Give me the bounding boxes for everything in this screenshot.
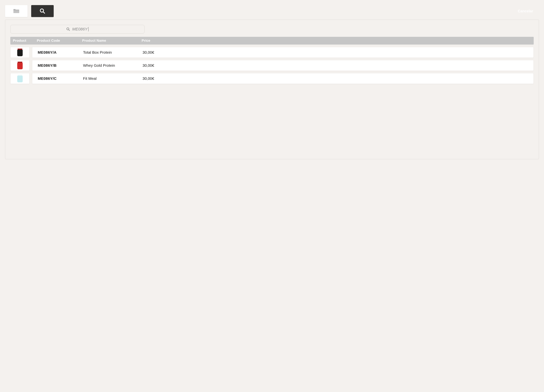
column-header-product: Product bbox=[13, 39, 37, 43]
cell-name: Fit Meal bbox=[83, 76, 142, 81]
cell-name: Total Box Protein bbox=[83, 50, 142, 54]
search-icon bbox=[40, 8, 45, 14]
table-body: ME086Y/ATotal Box Protein30,00€ME086Y/BW… bbox=[10, 47, 534, 84]
topbar: Cancelar bbox=[5, 5, 539, 17]
row-content: ME086Y/ATotal Box Protein30,00€ bbox=[32, 47, 534, 58]
column-header-name: Product Name bbox=[82, 39, 142, 43]
folder-icon bbox=[13, 8, 20, 14]
cancel-button[interactable]: Cancelar bbox=[518, 9, 533, 13]
table-row[interactable]: ME086Y/ATotal Box Protein30,00€ bbox=[10, 47, 534, 58]
cell-code: ME086Y/C bbox=[38, 76, 83, 81]
row-content: ME086Y/CFit Meal30,00€ bbox=[32, 73, 534, 84]
folder-tab[interactable] bbox=[5, 5, 28, 17]
cell-price: 30,00€ bbox=[142, 76, 528, 81]
search-icon bbox=[66, 27, 70, 31]
cell-name: Whey Gold Protein bbox=[83, 63, 142, 68]
cell-code: ME086Y/A bbox=[38, 50, 83, 54]
table-header: Product Product Code Product Name Price bbox=[10, 37, 534, 44]
search-tab[interactable] bbox=[31, 5, 54, 17]
column-header-price: Price bbox=[142, 39, 531, 43]
cell-price: 30,00€ bbox=[142, 50, 528, 54]
product-image-icon bbox=[17, 49, 23, 56]
product-thumbnail bbox=[10, 47, 30, 58]
cell-price: 30,00€ bbox=[142, 63, 528, 68]
product-image-icon bbox=[17, 62, 23, 69]
product-image-icon bbox=[17, 75, 23, 82]
product-thumbnail bbox=[10, 60, 30, 71]
row-content: ME086Y/BWhey Gold Protein30,00€ bbox=[32, 60, 534, 71]
text-caret bbox=[88, 27, 89, 31]
column-header-code: Product Code bbox=[37, 39, 82, 43]
results-panel: ME086Y Product Product Code Product Name… bbox=[5, 20, 539, 159]
svg-line-1 bbox=[43, 12, 45, 13]
table-row[interactable]: ME086Y/CFit Meal30,00€ bbox=[10, 73, 534, 84]
table-row[interactable]: ME086Y/BWhey Gold Protein30,00€ bbox=[10, 60, 534, 71]
search-value: ME086Y bbox=[72, 27, 88, 32]
search-input[interactable]: ME086Y bbox=[10, 25, 145, 34]
svg-line-3 bbox=[69, 30, 70, 31]
product-thumbnail bbox=[10, 73, 30, 84]
cell-code: ME086Y/B bbox=[38, 63, 83, 68]
